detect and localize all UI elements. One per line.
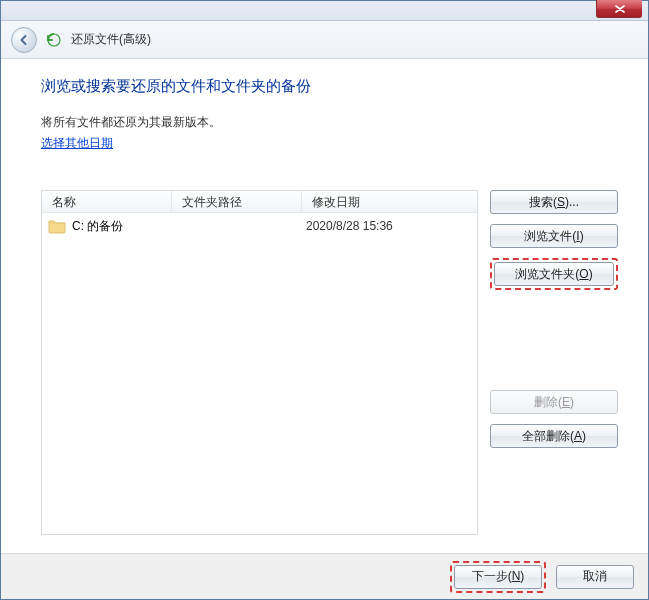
folder-icon: [48, 218, 66, 234]
breadcrumb-label: 还原文件(高级): [71, 31, 151, 48]
list-rows: C: 的备份 2020/8/28 15:36: [42, 213, 477, 534]
column-header-date[interactable]: 修改日期: [302, 191, 477, 212]
titlebar: [1, 1, 648, 21]
row-name-text: C: 的备份: [72, 218, 123, 235]
content-area: 浏览或搜索要还原的文件和文件夹的备份 将所有文件都还原为其最新版本。 选择其他日…: [1, 59, 648, 553]
next-button[interactable]: 下一步(N): [454, 565, 542, 589]
choose-other-date-link[interactable]: 选择其他日期: [41, 135, 618, 152]
restore-description: 将所有文件都还原为其最新版本。: [41, 114, 618, 131]
cancel-button[interactable]: 取消: [556, 565, 634, 589]
close-icon: [615, 5, 625, 13]
nav-header: 还原文件(高级): [1, 21, 648, 59]
list-item[interactable]: C: 的备份 2020/8/28 15:36: [42, 213, 477, 239]
restore-icon: [45, 31, 63, 49]
footer: 下一步(N) 取消: [1, 553, 648, 599]
browse-files-button[interactable]: 浏览文件(I): [490, 224, 618, 248]
back-button[interactable]: [11, 27, 37, 53]
content-bottom-gap: [41, 535, 618, 553]
side-gap: [490, 300, 618, 380]
next-button-highlight: 下一步(N): [450, 561, 546, 593]
cell-date: 2020/8/28 15:36: [302, 219, 471, 233]
page-title: 浏览或搜索要还原的文件和文件夹的备份: [41, 77, 618, 96]
body-row: 名称 文件夹路径 修改日期 C: 的备份: [41, 190, 618, 535]
backup-list: 名称 文件夹路径 修改日期 C: 的备份: [41, 190, 478, 535]
browse-folders-button[interactable]: 浏览文件夹(O): [494, 262, 614, 286]
cell-name: C: 的备份: [48, 218, 172, 235]
column-header-path[interactable]: 文件夹路径: [172, 191, 302, 212]
back-arrow-icon: [18, 34, 30, 46]
remove-all-button[interactable]: 全部删除(A): [490, 424, 618, 448]
column-header-row: 名称 文件夹路径 修改日期: [42, 191, 477, 213]
remove-button: 删除(E): [490, 390, 618, 414]
search-button[interactable]: 搜索(S)...: [490, 190, 618, 214]
browse-folders-highlight: 浏览文件夹(O): [490, 258, 618, 290]
side-button-column: 搜索(S)... 浏览文件(I) 浏览文件夹(O) 删除(E) 全部删除(A): [490, 190, 618, 535]
close-button[interactable]: [596, 0, 642, 18]
column-header-name[interactable]: 名称: [42, 191, 172, 212]
restore-files-window: 还原文件(高级) 浏览或搜索要还原的文件和文件夹的备份 将所有文件都还原为其最新…: [0, 0, 649, 600]
